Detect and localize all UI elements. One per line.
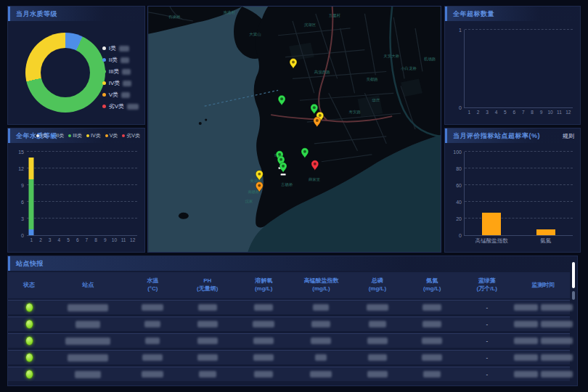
time-cell <box>514 321 573 327</box>
masked-value <box>145 338 160 344</box>
map-island <box>179 213 189 219</box>
panel-header: 全年水质等级 I类II类III类IV类V类劣V类 <box>8 128 144 143</box>
masked-value <box>121 57 129 63</box>
value-cell <box>179 338 235 344</box>
masked-value <box>253 354 274 361</box>
y-axis-tick: 9 <box>21 183 24 188</box>
panel-year-exceed-count: 全年超标数量 01123456789101112 <box>444 6 581 125</box>
legend-item[interactable]: IV类 <box>86 132 101 139</box>
legend-item[interactable]: V类 <box>105 132 118 139</box>
map-place-label: 机场路 <box>424 57 436 62</box>
column-header: 状态 <box>8 282 50 290</box>
bar-segment <box>536 229 555 235</box>
legend-item[interactable]: I类 <box>102 44 139 52</box>
bar[interactable] <box>536 229 555 235</box>
legend-dot <box>86 134 89 137</box>
map-canvas[interactable]: 石凌岭渔港村大箕山五星村滨湖区天安大桥机场路高浪西路小白龙桥吴都路华庄寿安路叶春… <box>148 7 441 252</box>
rule-link[interactable]: 规则 <box>563 132 574 140</box>
x-axis-tick: 6 <box>510 110 518 115</box>
table-row[interactable]: - <box>8 367 570 381</box>
legend-item[interactable]: 劣V类 <box>122 132 140 139</box>
donut-area: I类II类III类IV类V类劣V类 <box>8 21 144 124</box>
value-cell <box>351 371 404 377</box>
gridline <box>465 184 573 185</box>
legend-label: II类 <box>56 132 64 139</box>
x-axis-tick: 8 <box>91 237 101 242</box>
masked-value <box>75 321 100 328</box>
table-row[interactable]: - <box>8 350 570 364</box>
y-axis-tick: 80 <box>456 166 462 171</box>
y-axis-tick: 6 <box>21 200 24 205</box>
masked-value <box>541 304 573 311</box>
table-row[interactable]: - <box>8 317 570 331</box>
masked-value <box>254 304 273 311</box>
legend-dot <box>102 46 106 50</box>
value-cell <box>351 354 404 361</box>
table-header-row: 状态站点水温(°C)PH(无量纲)溶解氧(mg/L)高锰酸盐指数(mg/L)总磷… <box>8 272 570 298</box>
x-axis-tick: 2 <box>36 237 46 242</box>
panel-year-water-grade: 全年水质等级 I类II类III类IV类V类劣V类 036912151234567… <box>7 128 145 253</box>
value-cell <box>292 304 351 311</box>
masked-value <box>367 338 388 344</box>
map-place-label: 华庄 <box>372 98 380 102</box>
gridline <box>465 151 573 152</box>
masked-value <box>198 304 217 311</box>
value-cell <box>351 338 404 344</box>
map-panel[interactable]: 石凌岭渔港村大箕山五星村滨湖区天安大桥机场路高浪西路小白龙桥吴都路华庄寿安路叶春… <box>147 6 441 253</box>
panel-header: 全年超标数量 <box>445 7 580 21</box>
x-axis-tick: 8 <box>528 110 536 115</box>
scrollbar-thumb-secondary[interactable] <box>572 291 575 300</box>
legend-item[interactable]: 劣V类 <box>102 102 139 110</box>
value-cell <box>404 354 460 361</box>
value-cell <box>126 304 180 311</box>
map-place-label: 大箕山 <box>249 32 261 36</box>
masked-value <box>514 371 538 377</box>
map-place-label: 石凌岭 <box>168 15 181 19</box>
legend-label: II类 <box>109 56 118 64</box>
status-badge <box>25 303 33 312</box>
legend-item[interactable]: II类 <box>102 56 139 64</box>
table-body: ----- <box>8 300 570 383</box>
bar[interactable] <box>29 158 34 235</box>
scrollbar-thumb[interactable] <box>572 262 575 288</box>
bar[interactable] <box>482 213 501 235</box>
legend-item[interactable]: II类 <box>52 132 64 139</box>
masked-value <box>423 371 441 377</box>
legend-item[interactable]: V类 <box>102 91 139 99</box>
donut-legend: I类II类III类IV类V类劣V类 <box>102 44 139 114</box>
map-islet <box>199 122 202 125</box>
gridline <box>27 184 137 185</box>
masked-value <box>514 304 538 311</box>
masked-value <box>541 321 573 327</box>
x-axis-tick: 1 <box>27 237 36 242</box>
status-cell <box>8 319 50 329</box>
legend-label: V类 <box>109 91 118 99</box>
masked-value <box>541 371 573 377</box>
masked-value <box>65 338 110 345</box>
x-axis-tick: 1 <box>465 110 473 115</box>
masked-value <box>369 321 386 327</box>
gridline <box>465 168 573 168</box>
donut-chart[interactable] <box>25 33 105 113</box>
masked-value <box>368 354 387 361</box>
y-axis-tick: 12 <box>18 166 24 171</box>
masked-value <box>422 338 442 344</box>
table-row[interactable]: - <box>8 333 570 348</box>
value-cell <box>404 338 460 344</box>
masked-value <box>119 46 129 52</box>
masked-value <box>197 354 218 361</box>
map-place-label: 高浪西路 <box>314 70 330 75</box>
panel-header: 当月水质等级 <box>8 7 144 21</box>
legend-item[interactable]: III类 <box>68 132 82 139</box>
panel-title: 当月评价指标站点超标率(%) <box>453 131 540 141</box>
legend-item[interactable]: I类 <box>36 132 47 139</box>
masked-value <box>311 338 331 344</box>
column-header: 水温(°C) <box>126 277 180 293</box>
legend-dot <box>102 81 106 85</box>
legend-item[interactable]: IV类 <box>102 79 139 87</box>
table-row[interactable]: - <box>8 300 570 314</box>
legend-item[interactable]: III类 <box>102 68 139 75</box>
bar-segment <box>29 179 34 229</box>
value-cell <box>235 304 291 311</box>
value-cell <box>235 321 291 327</box>
